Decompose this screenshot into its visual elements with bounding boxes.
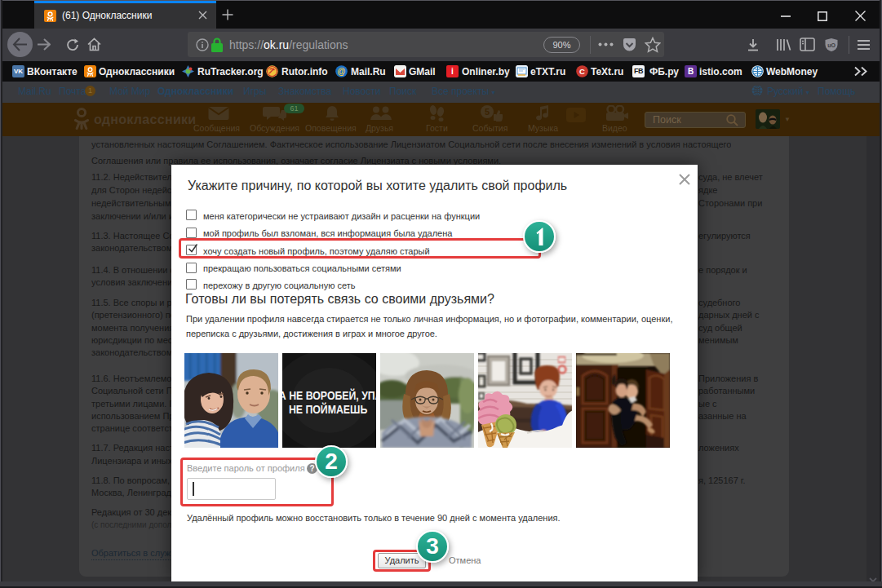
svg-text:@: @ bbox=[338, 67, 346, 76]
svg-text:uO: uO bbox=[827, 42, 835, 48]
svg-text:5: 5 bbox=[485, 107, 490, 117]
svg-text:C: C bbox=[579, 67, 585, 76]
svg-text:НЕ ПОЙМАЕШЬ: НЕ ПОЙМАЕШЬ bbox=[289, 403, 367, 416]
svg-text:ГА НЕ ВОРОБЕЙ, УПА: ГА НЕ ВОРОБЕЙ, УПА bbox=[282, 389, 376, 402]
